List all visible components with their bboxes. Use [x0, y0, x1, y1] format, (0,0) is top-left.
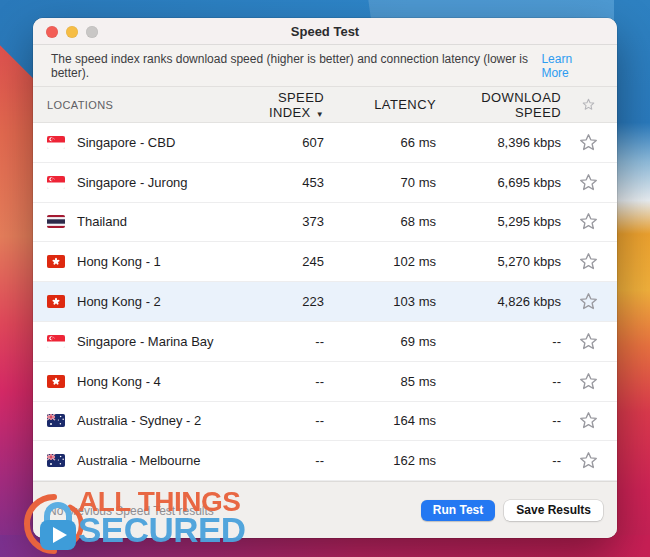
favorite-star-button[interactable]: [565, 450, 611, 471]
favorite-star-button[interactable]: [565, 291, 611, 312]
flag-singapore-icon: [47, 136, 65, 149]
location-name: Australia - Sydney - 2: [77, 413, 201, 428]
run-test-button[interactable]: Run Test: [421, 500, 495, 521]
flag-hong-kong-icon: [47, 255, 65, 268]
status-text: No previous Speed Test results: [47, 504, 214, 518]
star-icon: [581, 97, 596, 112]
favorite-star-button[interactable]: [565, 410, 611, 431]
star-icon: [578, 291, 599, 312]
flag-australia-icon: [47, 454, 65, 467]
traffic-lights: [46, 26, 98, 38]
download-speed-value: 5,270 kbps: [440, 254, 565, 269]
wallpaper-bottom-band: [0, 535, 650, 557]
wallpaper-left-band: [0, 40, 36, 557]
latency-value: 70 ms: [328, 175, 440, 190]
footer-bar: No previous Speed Test results Run Test …: [33, 481, 617, 538]
table-row[interactable]: Thailand37368 ms5,295 kbps: [33, 203, 617, 243]
close-button[interactable]: [46, 26, 58, 38]
speed-index-value: 223: [233, 294, 328, 309]
location-name: Singapore - Marina Bay: [77, 334, 214, 349]
info-text: The speed index ranks download speed (hi…: [51, 52, 537, 80]
speed-index-value: 453: [233, 175, 328, 190]
table-row[interactable]: Singapore - Jurong45370 ms6,695 kbps: [33, 163, 617, 203]
star-icon: [578, 132, 599, 153]
favorite-star-button[interactable]: [565, 331, 611, 352]
table-row[interactable]: Hong Kong - 4--85 ms--: [33, 362, 617, 402]
latency-value: 69 ms: [328, 334, 440, 349]
download-speed-value: 4,826 kbps: [440, 294, 565, 309]
table-row[interactable]: Singapore - CBD60766 ms8,396 kbps: [33, 123, 617, 163]
table-row[interactable]: Hong Kong - 2223103 ms4,826 kbps: [33, 282, 617, 322]
star-icon: [578, 211, 599, 232]
speed-index-value: 373: [233, 214, 328, 229]
star-icon: [578, 172, 599, 193]
flag-thailand-icon: [47, 215, 65, 228]
download-speed-value: --: [440, 334, 565, 349]
header-favorites[interactable]: [565, 97, 611, 112]
latency-value: 162 ms: [328, 453, 440, 468]
table-row[interactable]: Singapore - Marina Bay--69 ms--: [33, 322, 617, 362]
download-speed-value: --: [440, 453, 565, 468]
star-icon: [578, 331, 599, 352]
zoom-button[interactable]: [86, 26, 98, 38]
favorite-star-button[interactable]: [565, 371, 611, 392]
star-icon: [578, 450, 599, 471]
speed-index-value: 245: [233, 254, 328, 269]
speed-index-value: 607: [233, 135, 328, 150]
speed-index-value: --: [233, 453, 328, 468]
star-icon: [578, 410, 599, 431]
location-name: Singapore - Jurong: [77, 175, 188, 190]
table-row[interactable]: Australia - Sydney - 2--164 ms--: [33, 402, 617, 442]
header-speed-index[interactable]: SPEED INDEX▼: [233, 90, 328, 120]
location-name: Hong Kong - 2: [77, 294, 161, 309]
header-download-speed[interactable]: DOWNLOAD SPEED: [440, 90, 565, 120]
download-speed-value: --: [440, 374, 565, 389]
flag-singapore-icon: [47, 176, 65, 189]
flag-hong-kong-icon: [47, 375, 65, 388]
latency-value: 85 ms: [328, 374, 440, 389]
flag-singapore-icon: [47, 335, 65, 348]
table-row[interactable]: Australia - Melbourne--162 ms--: [33, 441, 617, 481]
header-latency[interactable]: LATENCY: [328, 97, 440, 112]
info-bar: The speed index ranks download speed (hi…: [33, 45, 617, 87]
flag-hong-kong-icon: [47, 295, 65, 308]
star-icon: [578, 251, 599, 272]
latency-value: 164 ms: [328, 413, 440, 428]
location-name: Hong Kong - 1: [77, 254, 161, 269]
title-bar: Speed Test: [33, 18, 617, 45]
speed-index-value: --: [233, 334, 328, 349]
favorite-star-button[interactable]: [565, 132, 611, 153]
minimize-button[interactable]: [66, 26, 78, 38]
speed-test-window: Speed Test The speed index ranks downloa…: [33, 18, 617, 538]
location-name: Singapore - CBD: [77, 135, 175, 150]
download-speed-value: 5,295 kbps: [440, 214, 565, 229]
speed-index-value: --: [233, 374, 328, 389]
server-table: Singapore - CBD60766 ms8,396 kbpsSingapo…: [33, 123, 617, 481]
wallpaper-right-band: [614, 0, 650, 557]
header-locations[interactable]: LOCATIONS: [47, 99, 233, 111]
favorite-star-button[interactable]: [565, 172, 611, 193]
favorite-star-button[interactable]: [565, 251, 611, 272]
latency-value: 66 ms: [328, 135, 440, 150]
latency-value: 103 ms: [328, 294, 440, 309]
sort-descending-icon: ▼: [316, 110, 324, 119]
location-name: Australia - Melbourne: [77, 453, 201, 468]
location-name: Hong Kong - 4: [77, 374, 161, 389]
table-row[interactable]: Hong Kong - 1245102 ms5,270 kbps: [33, 242, 617, 282]
flag-australia-icon: [47, 414, 65, 427]
download-speed-value: 8,396 kbps: [440, 135, 565, 150]
location-name: Thailand: [77, 214, 127, 229]
star-icon: [578, 371, 599, 392]
download-speed-value: --: [440, 413, 565, 428]
favorite-star-button[interactable]: [565, 211, 611, 232]
save-results-button[interactable]: Save Results: [504, 500, 603, 521]
download-speed-value: 6,695 kbps: [440, 175, 565, 190]
latency-value: 102 ms: [328, 254, 440, 269]
window-title: Speed Test: [291, 24, 359, 39]
table-header: LOCATIONS SPEED INDEX▼ LATENCY DOWNLOAD …: [33, 87, 617, 123]
latency-value: 68 ms: [328, 214, 440, 229]
speed-index-value: --: [233, 413, 328, 428]
learn-more-link[interactable]: Learn More: [541, 52, 599, 80]
